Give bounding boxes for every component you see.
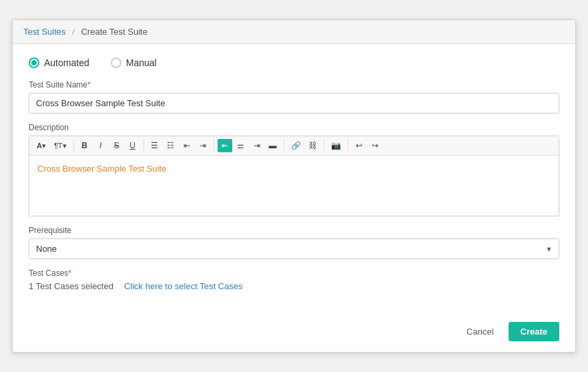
toolbar-sep-6 <box>348 140 348 152</box>
manual-radio-button[interactable] <box>111 57 121 68</box>
suite-name-group: Test Suite Name* <box>29 80 559 114</box>
redo-button[interactable]: ↪ <box>368 139 382 152</box>
toolbar-sep-3 <box>214 140 214 152</box>
breadcrumb-current: Create Test Suite <box>81 27 147 37</box>
dialog-header: Test Suites / Create Test Suite <box>13 20 575 44</box>
description-group: Description A▾ ¶T▾ B I S U ☰ ☷ ⇤ ⇥ ⇤ <box>29 123 559 216</box>
description-editor: A▾ ¶T▾ B I S U ☰ ☷ ⇤ ⇥ ⇤ ⚌ ⇥ ▬ <box>29 136 559 216</box>
suite-type-radio-group: Automated Manual <box>29 57 559 68</box>
align-left-button[interactable]: ⇤ <box>218 139 232 152</box>
test-cases-selected-count: 1 Test Cases selected <box>29 281 113 291</box>
image-button[interactable]: 📷 <box>328 139 344 152</box>
test-cases-row: 1 Test Cases selected Click here to sele… <box>29 281 559 291</box>
align-right-button[interactable]: ⇥ <box>250 139 264 152</box>
underline-button[interactable]: U <box>125 139 140 152</box>
editor-toolbar: A▾ ¶T▾ B I S U ☰ ☷ ⇤ ⇥ ⇤ ⚌ ⇥ ▬ <box>29 136 559 156</box>
font-button[interactable]: A▾ <box>33 140 49 152</box>
manual-radio-label: Manual <box>126 57 157 68</box>
link-button[interactable]: 🔗 <box>288 139 304 152</box>
outdent-button[interactable]: ⇤ <box>180 139 194 152</box>
unordered-list-button[interactable]: ☰ <box>148 139 162 152</box>
prerequisite-group: Prerequisite None ▼ <box>29 226 559 259</box>
test-cases-label: Test Cases* <box>29 268 559 278</box>
manual-radio-option[interactable]: Manual <box>111 57 157 68</box>
create-button[interactable]: Create <box>509 322 559 341</box>
dialog-footer: Cancel Create <box>13 314 575 352</box>
suite-name-label: Test Suite Name* <box>29 80 559 89</box>
indent-button[interactable]: ⇥ <box>196 139 210 152</box>
align-center-button[interactable]: ⚌ <box>234 139 248 152</box>
description-content[interactable]: Cross Browser Sample Test Suite <box>29 156 559 216</box>
breadcrumb-separator: / <box>72 27 75 37</box>
italic-button[interactable]: I <box>93 139 108 152</box>
suite-name-input[interactable] <box>29 93 559 114</box>
dialog-body: Automated Manual Test Suite Name* Descri… <box>13 44 575 314</box>
toolbar-sep-2 <box>143 140 144 152</box>
automated-radio-option[interactable]: Automated <box>29 57 89 68</box>
paragraph-button[interactable]: ¶T▾ <box>51 140 70 152</box>
toolbar-sep-4 <box>284 140 284 152</box>
strikethrough-button[interactable]: S <box>109 139 124 152</box>
prerequisite-select[interactable]: None <box>29 238 559 259</box>
automated-radio-inner <box>31 60 37 65</box>
unlink-button[interactable]: ⛓ <box>306 139 320 152</box>
ordered-list-button[interactable]: ☷ <box>164 139 178 152</box>
toolbar-sep-1 <box>73 140 74 152</box>
justify-button[interactable]: ▬ <box>266 139 280 152</box>
undo-button[interactable]: ↩ <box>352 139 366 152</box>
prerequisite-select-wrapper: None ▼ <box>29 238 559 259</box>
breadcrumb-parent[interactable]: Test Suites <box>23 27 66 37</box>
select-test-cases-link[interactable]: Click here to select Test Cases <box>124 281 243 291</box>
description-label: Description <box>29 123 559 132</box>
prerequisite-label: Prerequisite <box>29 226 559 235</box>
cancel-button[interactable]: Cancel <box>459 323 501 341</box>
automated-radio-label: Automated <box>44 57 89 68</box>
toolbar-sep-5 <box>324 140 324 152</box>
automated-radio-button[interactable] <box>29 57 39 68</box>
bold-button[interactable]: B <box>77 139 92 152</box>
test-cases-group: Test Cases* 1 Test Cases selected Click … <box>29 268 559 291</box>
create-test-suite-dialog: Test Suites / Create Test Suite Automate… <box>12 19 576 353</box>
